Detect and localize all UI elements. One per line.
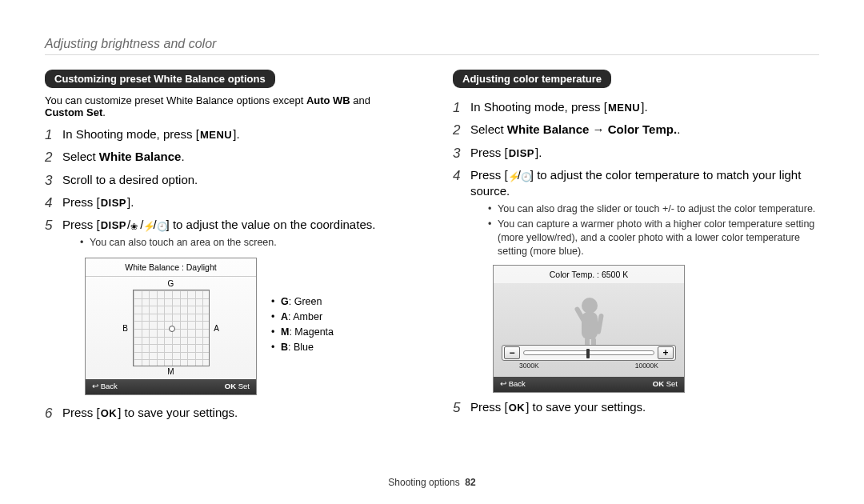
- two-column-layout: Customizing preset White Balance options…: [45, 70, 819, 474]
- wb-grid-area: B G M A: [86, 277, 256, 379]
- page-number: 82: [465, 477, 475, 488]
- timer-icon: [157, 218, 166, 227]
- color-temp-slider: − + 3000K 10000K: [502, 345, 676, 370]
- axis-label-left: B: [122, 323, 130, 334]
- page-footer: Shooting options 82: [45, 477, 819, 488]
- softkey-back: ↩ Back: [92, 382, 118, 392]
- disp-key-icon: DISP: [100, 218, 127, 233]
- section-heading-pill: Customizing preset White Balance options: [45, 70, 275, 88]
- color-temp-screenshot: Color Temp. : 6500 K: [493, 265, 685, 393]
- axis-label-bottom: M: [167, 368, 174, 376]
- header-rule: [45, 54, 819, 55]
- footer-section: Shooting options: [388, 477, 459, 488]
- back-arrow-icon: ↩: [500, 379, 506, 388]
- step-4-notes: You can also drag the slider or touch +/…: [488, 202, 819, 258]
- step-5: Press [DISP///] to adjust the value on t…: [45, 217, 411, 398]
- screenshot-softkeys: ↩ Back OK Set: [86, 379, 256, 394]
- slider-plus-button: +: [658, 346, 674, 359]
- step-2: Select White Balance → Color Temp..: [453, 122, 819, 138]
- grid-legend: G: Green A: Amber M: Magenta B: Blue: [271, 294, 334, 356]
- legend-g: G: Green: [271, 295, 334, 309]
- slider-scale: 3000K 10000K: [502, 361, 676, 370]
- step-4-note-2: You can capture a warmer photo with a hi…: [488, 218, 819, 258]
- legend-b: B: Blue: [271, 341, 334, 354]
- menu-key-icon: MENU: [607, 101, 641, 115]
- step-4-note-1: You can also drag the slider or touch +/…: [488, 202, 819, 216]
- arrow-icon: →: [589, 122, 607, 136]
- step-1: In Shooting mode, press [MENU].: [45, 126, 411, 142]
- wb-grid: [133, 290, 210, 366]
- slider-handle: [586, 349, 590, 358]
- ok-key-icon: OK: [100, 406, 118, 421]
- step-2: Select White Balance.: [45, 149, 411, 165]
- scale-min: 3000K: [519, 362, 539, 370]
- slider-track: [523, 350, 654, 355]
- white-balance-screenshot: White Balance : Daylight B G M A: [85, 258, 257, 395]
- screenshot-softkeys: ↩ Back OK Set: [494, 377, 684, 392]
- step-4: Press [DISP].: [45, 194, 411, 210]
- right-column: Adjusting color temperature In Shooting …: [453, 70, 819, 474]
- steps-list: In Shooting mode, press [MENU]. Select W…: [45, 126, 411, 421]
- flash-icon: [143, 218, 153, 227]
- left-column: Customizing preset White Balance options…: [45, 70, 411, 474]
- flash-icon: [508, 168, 518, 178]
- slider-minus-button: −: [504, 346, 520, 359]
- screenshot-title: Color Temp. : 6500 K: [494, 266, 684, 283]
- screenshot-title: White Balance : Daylight: [86, 258, 256, 277]
- ok-key-icon: OK: [508, 401, 526, 415]
- page-section-title: Adjusting brightness and color: [45, 37, 819, 51]
- disp-key-icon: DISP: [100, 196, 127, 210]
- legend-m: M: Magenta: [271, 326, 334, 339]
- axis-label-right: A: [213, 323, 221, 334]
- section-heading-pill: Adjusting color temperature: [453, 70, 611, 88]
- step-3: Scroll to a desired option.: [45, 172, 411, 188]
- scale-max: 10000K: [635, 362, 658, 370]
- steps-list: In Shooting mode, press [MENU]. Select W…: [453, 99, 819, 415]
- macro-icon: [130, 218, 140, 227]
- menu-key-icon: MENU: [199, 128, 233, 142]
- step-5-note-1: You can also touch an area on the screen…: [80, 236, 411, 250]
- timer-icon: [521, 168, 530, 178]
- step-5-notes: You can also touch an area on the screen…: [80, 236, 411, 250]
- step-3: Press [DISP].: [453, 145, 819, 161]
- disp-key-icon: DISP: [508, 146, 535, 161]
- step-1: In Shooting mode, press [MENU].: [453, 99, 819, 115]
- screenshot-row: White Balance : Daylight B G M A: [62, 251, 411, 398]
- back-arrow-icon: ↩: [92, 382, 98, 390]
- step-6: Press [OK] to save your settings.: [45, 405, 411, 421]
- ok-key-icon: OK: [653, 379, 664, 388]
- softkey-back: ↩ Back: [500, 379, 526, 390]
- legend-a: A: Amber: [271, 310, 334, 324]
- step-5: Press [OK] to save your settings.: [453, 399, 819, 415]
- manual-page: Adjusting brightness and color Customizi…: [0, 0, 864, 504]
- svg-point-0: [582, 298, 598, 314]
- intro-paragraph: You can customize preset White Balance o…: [45, 94, 411, 118]
- axis-label-top: G: [168, 280, 174, 288]
- step-4: Press [/] to adjust the color temperatur…: [453, 167, 819, 393]
- ok-key-icon: OK: [225, 382, 236, 390]
- softkey-set: OK Set: [653, 379, 678, 390]
- softkey-set: OK Set: [225, 382, 250, 392]
